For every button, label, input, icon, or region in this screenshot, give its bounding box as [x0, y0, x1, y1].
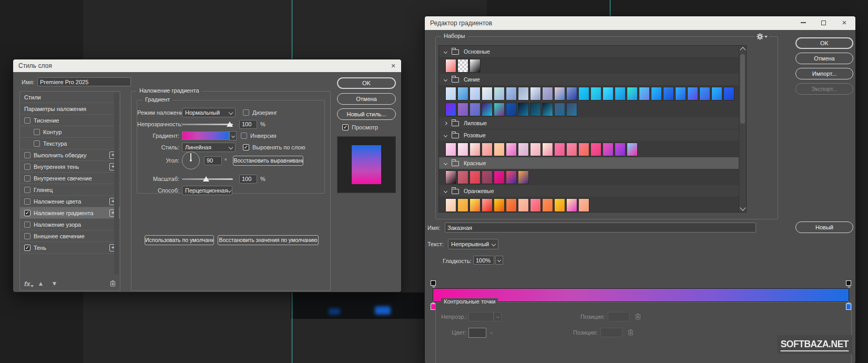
scroll-up-icon[interactable]: [740, 47, 746, 53]
move-up-icon[interactable]: ▲: [38, 280, 44, 287]
preset-folder-row[interactable]: Оранжевые: [439, 185, 746, 197]
gradient-swatch[interactable]: [469, 59, 481, 73]
gradient-swatch[interactable]: [542, 198, 553, 212]
preview-checkbox[interactable]: [342, 124, 349, 130]
scroll-down-icon[interactable]: [740, 205, 746, 210]
scale-value-input[interactable]: [239, 175, 257, 184]
effect-checkbox[interactable]: [24, 233, 30, 239]
gradient-picker-chevron[interactable]: [229, 131, 237, 140]
gradient-swatch[interactable]: [603, 87, 614, 100]
gradient-swatch[interactable]: [457, 103, 468, 116]
gradient-swatch[interactable]: [554, 198, 565, 212]
gradient-swatch[interactable]: [566, 103, 577, 116]
effect-checkbox[interactable]: [24, 245, 30, 251]
gradient-swatch[interactable]: [518, 143, 529, 156]
gradient-swatch[interactable]: [518, 170, 529, 184]
gradient-swatch[interactable]: [506, 103, 517, 116]
gradient-preview-swatch[interactable]: [182, 132, 229, 140]
layer-style-sidebar-item[interactable]: Наложение градиента+: [20, 207, 120, 219]
chevron-down-icon[interactable]: [444, 77, 447, 81]
opacity-value-input[interactable]: [239, 120, 257, 129]
layer-style-sidebar-item[interactable]: Внешнее свечение: [20, 230, 120, 242]
opacity-slider[interactable]: [182, 121, 233, 127]
gradient-name-input[interactable]: [445, 223, 756, 233]
gradient-swatch[interactable]: [494, 170, 505, 184]
gradient-swatch[interactable]: [457, 170, 468, 184]
gradient-swatch[interactable]: [469, 170, 481, 184]
gradient-swatch[interactable]: [723, 87, 734, 100]
gradient-swatch[interactable]: [494, 103, 505, 116]
gradient-swatch[interactable]: [578, 198, 589, 212]
blend-mode-dropdown[interactable]: Нормальный: [182, 108, 236, 117]
gradient-type-dropdown[interactable]: Непрерывный: [448, 239, 498, 249]
layer-style-titlebar[interactable]: Стиль слоя ×: [13, 59, 401, 72]
gradient-swatch[interactable]: [482, 170, 493, 184]
method-dropdown[interactable]: Перцепционная: [182, 186, 232, 195]
gradient-swatch[interactable]: [469, 143, 481, 156]
gradient-swatch[interactable]: [506, 198, 517, 212]
make-default-button[interactable]: Использовать по умолчанию: [145, 235, 214, 245]
cancel-button[interactable]: Отмена: [337, 93, 396, 105]
gradient-swatch[interactable]: [494, 198, 505, 212]
gradient-swatch[interactable]: [482, 103, 493, 116]
chevron-down-icon[interactable]: [444, 161, 447, 165]
gradient-swatch[interactable]: [518, 198, 529, 212]
gradient-swatch[interactable]: [554, 87, 565, 100]
gradient-swatch[interactable]: [542, 103, 553, 116]
gradient-swatch[interactable]: [445, 103, 456, 116]
preset-folder-row[interactable]: Синие: [439, 74, 746, 86]
gradient-swatch[interactable]: [457, 87, 468, 100]
scrollbar-thumb[interactable]: [740, 54, 745, 124]
gradient-swatch[interactable]: [482, 143, 493, 156]
slider-thumb[interactable]: [227, 122, 233, 127]
gradient-swatch[interactable]: [482, 87, 493, 100]
angle-value-input[interactable]: [204, 156, 222, 165]
layer-style-sidebar-item[interactable]: Текстура: [20, 138, 120, 149]
effect-checkbox[interactable]: [24, 187, 30, 193]
smoothness-value-input[interactable]: [473, 256, 494, 265]
gradient-swatch[interactable]: [469, 198, 481, 212]
gradient-swatch[interactable]: [675, 87, 686, 100]
gradient-swatch[interactable]: [542, 87, 553, 100]
gradient-swatch[interactable]: [578, 87, 589, 100]
opacity-stop-right[interactable]: [846, 280, 851, 286]
gradient-swatch[interactable]: [566, 87, 577, 100]
gradient-swatch[interactable]: [687, 87, 698, 100]
gradient-swatch[interactable]: [639, 87, 650, 100]
gradient-swatch[interactable]: [518, 87, 529, 100]
layer-style-sidebar-item[interactable]: Наложение цвета+: [20, 196, 120, 207]
gradient-swatch[interactable]: [566, 198, 577, 212]
chevron-down-icon[interactable]: [444, 49, 447, 53]
gradient-swatch[interactable]: [457, 59, 468, 73]
gradient-swatch[interactable]: [469, 103, 481, 116]
close-icon[interactable]: ×: [386, 59, 400, 72]
layer-style-sidebar-item[interactable]: Тиснение: [20, 115, 120, 126]
close-icon[interactable]: ×: [838, 16, 851, 29]
gradient-swatch[interactable]: [578, 143, 589, 156]
dither-checkbox[interactable]: [243, 109, 249, 116]
gradient-swatch[interactable]: [590, 87, 601, 100]
gradient-swatch[interactable]: [457, 198, 468, 212]
ok-button[interactable]: OK: [337, 77, 396, 89]
minimize-icon[interactable]: [796, 16, 810, 29]
layer-style-sidebar-item[interactable]: Параметры наложения: [20, 103, 120, 115]
effect-checkbox[interactable]: [24, 221, 30, 228]
gradient-swatch[interactable]: [530, 143, 541, 156]
layer-style-sidebar-item[interactable]: Стили: [20, 92, 120, 103]
effect-checkbox[interactable]: [24, 164, 30, 170]
gradient-swatch[interactable]: [494, 87, 505, 100]
effect-checkbox[interactable]: [24, 198, 30, 205]
gradient-swatch[interactable]: [469, 87, 481, 100]
gradient-swatch[interactable]: [615, 87, 626, 100]
layer-style-sidebar-item[interactable]: Тень+: [20, 242, 120, 254]
gradient-swatch[interactable]: [663, 87, 674, 100]
gradient-swatch[interactable]: [554, 103, 565, 116]
effect-checkbox[interactable]: [24, 175, 30, 182]
gradient-swatch[interactable]: [590, 143, 601, 156]
layer-style-sidebar-item[interactable]: Внутреннее свечение: [20, 173, 120, 184]
preset-folder-row[interactable]: Розовые: [439, 129, 746, 142]
smoothness-chevron[interactable]: [495, 256, 503, 265]
slider-thumb[interactable]: [203, 176, 209, 182]
layer-style-sidebar-item[interactable]: Контур: [20, 126, 120, 138]
gradient-swatch[interactable]: [457, 143, 468, 156]
